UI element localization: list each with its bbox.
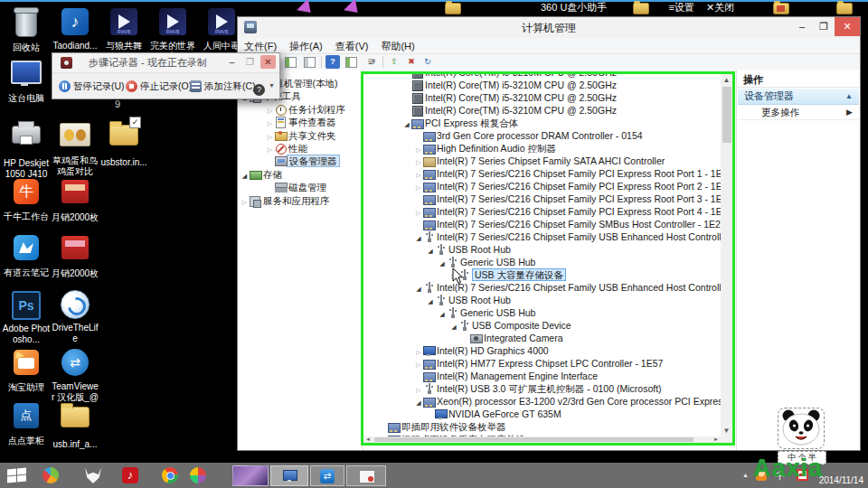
title-bar[interactable]: 计算机管理 – ❐ ✕: [238, 17, 860, 38]
device-tree-item[interactable]: Intel(R) Core(TM) i5-3210M CPU @ 2.50GHz: [363, 104, 617, 117]
desktop-icon-folder-check[interactable]: usbstor.in...: [99, 119, 148, 168]
console-tree-item[interactable]: 磁盘管理: [238, 181, 326, 193]
device-tree-item[interactable]: Intel(R) Core(TM) i5-3210M CPU @ 2.50GHz: [363, 79, 617, 91]
console-tree-item[interactable]: ▷性能: [238, 142, 307, 155]
desktop-icon-qianniu[interactable]: 千牛工作台: [2, 177, 51, 222]
desktop-icon-printer[interactable]: HP Deskjet 1050 J410: [2, 119, 51, 180]
desktop-icon-red-card[interactable]: 月销2000枚: [51, 177, 99, 223]
help-icon[interactable]: ?: [326, 55, 340, 69]
folder-icon[interactable]: [836, 3, 853, 14]
device-tree-item[interactable]: ▷Intel(R) USB 3.0 可扩展主机控制器 - 0100 (Micro…: [363, 382, 662, 395]
start-button[interactable]: [7, 468, 27, 483]
actions-section-device-manager[interactable]: 设备管理器 ▲: [738, 89, 859, 105]
usb-helper-close[interactable]: ✕关闭: [706, 2, 734, 13]
usb-helper-settings[interactable]: ≡设置: [668, 2, 693, 13]
show-action-pane-icon[interactable]: [302, 55, 316, 69]
taskbar-steps-recorder-button[interactable]: [346, 465, 386, 486]
taskbar-netease-music-icon[interactable]: ♪: [122, 467, 138, 483]
recorder-help-button[interactable]: ?: [253, 77, 268, 95]
scroll-up-icon[interactable]: ▲: [721, 74, 732, 86]
more-actions-item[interactable]: 更多操作 ▶: [738, 105, 859, 120]
desktop-icon-recycle-bin[interactable]: 回收站: [2, 7, 51, 53]
desktop-icon-folder[interactable]: usb.inf_a...: [51, 401, 99, 450]
device-tree-item[interactable]: ◢Xeon(R) processor E3-1200 v2/3rd Gen Co…: [363, 395, 721, 408]
console-tree-item[interactable]: ▷事件查看器: [238, 116, 336, 128]
console-tree-item[interactable]: ▷服务和应用程序: [238, 194, 330, 207]
console-tree-item[interactable]: ◢存储: [238, 168, 282, 181]
device-tree-item[interactable]: ▷USB 大容量存储设备: [363, 268, 566, 281]
recorder-maximize-button[interactable]: ❐: [242, 55, 258, 69]
scroll-right-icon[interactable]: ►: [712, 436, 721, 443]
device-tree-item[interactable]: ◢Intel(R) 7 Series/C216 Chipset Family U…: [363, 230, 721, 243]
folder-icon[interactable]: [445, 3, 461, 14]
desktop-icon-photoshop[interactable]: Adobe Photosho...: [2, 289, 51, 345]
device-properties-icon[interactable]: 🖳: [364, 55, 379, 69]
recorder-minimize-button[interactable]: –: [224, 55, 240, 69]
menu-item[interactable]: 文件(F): [238, 38, 283, 53]
device-tree-item[interactable]: 3rd Gen Core processor DRAM Controller -…: [363, 129, 643, 142]
show-console-tree-icon[interactable]: [283, 55, 297, 69]
taskbar-chrome-icon[interactable]: [162, 467, 178, 483]
taskbar-computer-management-button[interactable]: [270, 465, 308, 486]
device-tree-item[interactable]: ▷Intel(R) 7 Series/C216 Chipset Family P…: [363, 205, 721, 218]
device-tree-item[interactable]: NVIDIA GeForce GT 635M: [363, 408, 561, 420]
scrollbar-thumb[interactable]: [374, 437, 693, 442]
taskbar-teamviewer-button[interactable]: ⇄: [310, 465, 344, 486]
stop-record-button[interactable]: 停止记录(O): [126, 77, 192, 95]
desktop-icon-video-rmvb[interactable]: 与狼共舞: [99, 7, 148, 52]
minimize-button[interactable]: –: [791, 17, 813, 36]
desktop-icon-youdao[interactable]: 有道云笔记: [2, 233, 51, 278]
device-tree-item[interactable]: 即插即用软件设备枚举器: [363, 420, 506, 433]
view-panel-icon[interactable]: [344, 55, 358, 69]
console-tree-item[interactable]: ▷任务计划程序: [238, 103, 345, 116]
device-tree-item[interactable]: ◢USB Root Hub: [363, 294, 511, 306]
device-tree-item[interactable]: ▷Intel(R) 7 Series/C216 Chipset Family P…: [363, 167, 721, 180]
desktop-icon-taobao[interactable]: 淘宝助理: [2, 348, 51, 393]
desktop-icon-this-pc[interactable]: 这台电脑: [2, 58, 51, 104]
taskbar-360-safety-icon[interactable]: [42, 467, 59, 483]
device-tree-item[interactable]: ◢USB Root Hub: [363, 243, 511, 256]
vertical-scrollbar[interactable]: ▲ ▼: [721, 74, 732, 436]
device-tree-item[interactable]: ◢Generic USB Hub: [363, 306, 535, 319]
scroll-left-icon[interactable]: ◄: [363, 436, 373, 443]
device-tree-item[interactable]: Intel(R) 7 Series/C216 Chipset Family PC…: [363, 192, 721, 205]
desktop-icon-picture[interactable]: 草鸡蛋和鸟鸡蛋对比: [51, 119, 99, 177]
recorder-close-button[interactable]: ✕: [260, 55, 276, 69]
device-tree-item[interactable]: Intel(R) Management Engine Interface: [363, 370, 598, 382]
scrollbar-thumb[interactable]: [722, 87, 731, 143]
chevron-down-icon[interactable]: ▼: [269, 77, 275, 95]
menu-item[interactable]: 帮助(H): [374, 38, 420, 53]
device-tree-item[interactable]: ◢Generic USB Hub: [363, 256, 535, 268]
menu-item[interactable]: 操作(A): [283, 38, 329, 53]
device-tree-item[interactable]: ◢Intel(R) 7 Series/C216 Chipset Family U…: [363, 281, 721, 294]
device-tree-item[interactable]: ▷Intel(R) 7 Series Chipset Family SATA A…: [363, 155, 665, 167]
menu-item[interactable]: 查看(V): [329, 38, 375, 53]
pause-record-button[interactable]: 暂停记录(U): [59, 77, 125, 95]
update-driver-icon[interactable]: ⇧: [387, 55, 401, 69]
device-tree-item[interactable]: ▷Intel(R) HM77 Express Chipset LPC Contr…: [363, 357, 663, 370]
desktop-icon-music-app[interactable]: Taodiand...: [51, 7, 99, 52]
add-comment-button[interactable]: 添加注释(C): [190, 77, 256, 95]
device-tree-item[interactable]: Intel(R) Core(TM) i5-3210M CPU @ 2.50GHz: [363, 91, 617, 104]
collapse-icon[interactable]: ▲: [845, 89, 853, 104]
taskbar-360-browser-icon[interactable]: [190, 467, 206, 483]
device-tree-item[interactable]: ◢USB Composite Device: [363, 319, 571, 332]
folder-app-icon[interactable]: [773, 3, 789, 14]
device-tree-item[interactable]: ◢PCI Express 根复合体: [363, 117, 518, 129]
uninstall-device-icon[interactable]: ✖: [404, 55, 419, 69]
desktop-icon-diandian[interactable]: 点点掌柜: [2, 401, 51, 446]
desktop-icon-red-card2[interactable]: 月销2000枚: [51, 233, 99, 279]
console-tree-item[interactable]: 设备管理器: [238, 155, 340, 167]
tray-expand-icon[interactable]: ▲: [742, 472, 749, 478]
recorder-title-bar[interactable]: 步骤记录器 - 现在正在录制 – ❐ ✕: [52, 53, 279, 73]
device-tree-item[interactable]: Intel(R) 7 Series/C216 Chipset Family SM…: [363, 218, 721, 230]
device-tree-item[interactable]: Integrated Camera: [363, 332, 563, 344]
maximize-button[interactable]: ❐: [813, 17, 835, 36]
device-tree-item[interactable]: ▷High Definition Audio 控制器: [363, 142, 556, 155]
video-file-icon[interactable]: [345, 3, 362, 14]
desktop-icon-drivethelife[interactable]: DriveTheLife: [51, 289, 99, 344]
device-tree-item[interactable]: ▷Intel(R) 7 Series/C216 Chipset Family P…: [363, 180, 721, 192]
scan-hardware-changes-icon[interactable]: ↻: [420, 55, 435, 69]
taskbar-anime-viewer-button[interactable]: [232, 465, 269, 486]
tray-date[interactable]: 2014/11/14: [819, 475, 863, 485]
